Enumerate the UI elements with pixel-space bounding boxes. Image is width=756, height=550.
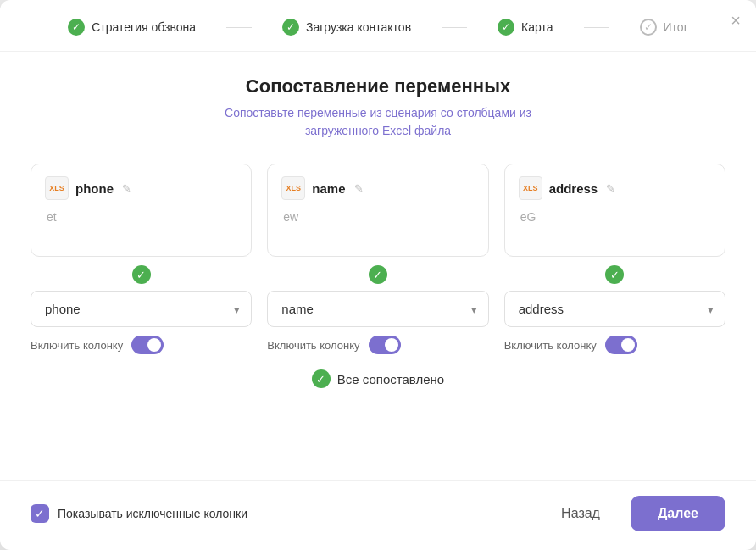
edit-icon-name[interactable]: ✎ [354,182,364,195]
check-cell-address: ✓ [504,265,725,284]
step-strategy: ✓ Стратегия обзвона [68,19,196,36]
section-title: Сопоставление переменных [31,75,725,97]
footer-buttons: Назад Далее [542,496,725,531]
check-icon-phone: ✓ [132,265,151,284]
toggle-label-phone: Включить колонку [31,339,123,352]
card-header-phone: XLS phone ✎ [45,176,237,200]
dropdown-name[interactable]: phone name address email [267,291,488,327]
edit-icon-address[interactable]: ✎ [606,182,615,195]
check-row: ✓ ✓ ✓ [31,265,725,284]
section-subtitle: Сопоставьте переменные из сценария со ст… [31,104,725,140]
xls-icon-phone: XLS [45,176,69,200]
xls-icon-name: XLS [281,176,305,200]
all-mapped-label: Все сопоставлено [337,372,444,386]
check-icon-address: ✓ [605,265,624,284]
dropdown-wrap-name: phone name address email ▾ [267,291,488,327]
stepper: ✓ Стратегия обзвона ✓ Загрузка контактов… [0,0,756,52]
step-icon-contacts: ✓ [282,19,299,36]
show-excluded-toggle[interactable]: ✓ Показывать исключенные колонки [31,504,247,523]
modal-footer: ✓ Показывать исключенные колонки Назад Д… [0,480,756,550]
back-button[interactable]: Назад [542,497,619,530]
card-header-name: XLS name ✎ [281,176,474,200]
close-button[interactable]: × [731,12,741,29]
cards-row: XLS phone ✎ et XLS name ✎ ew XLS add [31,164,725,257]
show-excluded-label: Показывать исключенные колонки [58,507,247,520]
card-name: XLS name ✎ ew [267,164,488,257]
step-label-map: Карта [521,20,553,34]
step-result: ✓ Итог [640,19,688,36]
card-header-address: XLS address ✎ [519,176,711,200]
toggle-label-name: Включить колонку [267,339,359,352]
step-label-strategy: Стратегия обзвона [92,20,196,34]
step-icon-map: ✓ [498,19,514,36]
dropdown-wrap-address: phone name address email ▾ [504,291,725,327]
step-map: ✓ Карта [498,19,553,36]
toggle-name[interactable] [369,336,401,354]
toggle-cell-name: Включить колонку [267,336,488,354]
step-label-result: Итог [664,20,688,34]
card-value-phone: et [45,210,237,224]
checkbox-icon: ✓ [31,504,49,523]
card-title-name: name [312,181,345,196]
card-title-phone: phone [75,181,114,196]
dropdowns-row: phone name address email ▾ phone name ad… [31,291,725,327]
dropdown-phone[interactable]: phone name address email [31,291,252,327]
xls-icon-address: XLS [519,176,542,200]
dropdown-wrap-phone: phone name address email ▾ [31,291,252,327]
check-icon-name: ✓ [369,265,387,284]
card-value-address: eG [519,210,711,224]
card-title-address: address [549,181,598,196]
step-divider-1 [226,27,252,28]
step-icon-result: ✓ [640,19,657,36]
all-mapped-icon: ✓ [312,369,331,388]
card-phone: XLS phone ✎ et [31,164,252,257]
step-contacts: ✓ Загрузка контактов [282,19,411,36]
step-divider-2 [442,27,467,28]
edit-icon-phone[interactable]: ✎ [122,182,131,195]
dropdown-address[interactable]: phone name address email [504,291,725,327]
card-value-name: ew [281,210,474,224]
check-cell-phone: ✓ [31,265,252,284]
toggle-row: Включить колонку Включить колонку Включи… [31,336,725,354]
modal-body: Сопоставление переменных Сопоставьте пер… [0,52,756,471]
step-icon-strategy: ✓ [68,19,85,36]
toggle-cell-address: Включить колонку [504,336,725,354]
check-cell-name: ✓ [267,265,488,284]
toggle-phone[interactable] [131,336,164,354]
toggle-cell-phone: Включить колонку [31,336,252,354]
card-address: XLS address ✎ eG [504,164,725,257]
next-button[interactable]: Далее [631,496,725,531]
toggle-label-address: Включить колонку [504,339,597,352]
all-mapped-row: ✓ Все сопоставлено [31,369,725,388]
modal: × ✓ Стратегия обзвона ✓ Загрузка контакт… [0,0,756,550]
step-divider-3 [584,27,609,28]
toggle-address[interactable] [605,336,637,354]
step-label-contacts: Загрузка контактов [306,20,411,34]
